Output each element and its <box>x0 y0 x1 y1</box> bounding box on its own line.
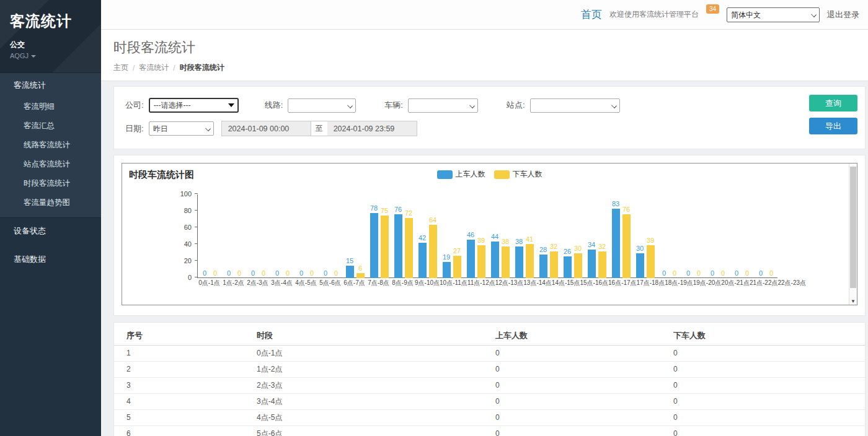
page-title: 时段客流统计 <box>113 38 856 57</box>
sidebar-item[interactable]: 基础数据 <box>0 246 101 272</box>
y-axis-tick-mark <box>195 193 198 194</box>
table-row[interactable]: 32点-3点00 <box>114 377 865 393</box>
bar[interactable] <box>526 244 534 278</box>
brand-org-code[interactable]: AQGJ <box>10 52 91 59</box>
scrollbar-thumb[interactable] <box>850 167 856 288</box>
bar[interactable] <box>467 240 475 278</box>
line-select[interactable] <box>288 98 356 113</box>
table-row[interactable]: 10点-1点00 <box>114 345 865 361</box>
bar[interactable] <box>381 216 389 278</box>
station-select[interactable] <box>530 98 620 113</box>
bar-value-label: 0 <box>673 269 676 277</box>
bar[interactable] <box>405 218 413 278</box>
breadcrumb-item[interactable]: 时段客流统计 <box>180 63 224 73</box>
company-select[interactable]: ---请选择--- <box>149 98 239 113</box>
bar-value-label: 6 <box>358 264 362 272</box>
chart-scrollbar[interactable]: ▼ <box>849 164 857 305</box>
sidebar-subitem[interactable]: 站点客流统计 <box>0 155 101 174</box>
notification-badge[interactable]: 34 <box>706 4 719 14</box>
table-row[interactable]: 54点-5点00 <box>114 409 865 425</box>
bar[interactable] <box>346 266 354 278</box>
x-axis-tick-label: 3点-4点 <box>270 278 294 287</box>
bar[interactable] <box>598 251 606 278</box>
export-button[interactable]: 导出 <box>809 118 857 134</box>
bar-group: 00 <box>222 194 246 278</box>
bar-value-label: 0 <box>769 269 773 277</box>
sidebar-subitem[interactable]: 客流明细 <box>0 97 101 116</box>
y-axis-tick-label: 20 <box>170 257 192 264</box>
scrollbar-down-arrow-icon[interactable]: ▼ <box>849 299 857 304</box>
legend-item[interactable]: 下车人数 <box>494 169 542 180</box>
bar-column: 76 <box>622 206 631 278</box>
brand-area: 客流统计 公交 AQGJ <box>0 0 101 72</box>
bar[interactable] <box>515 246 523 278</box>
x-axis-tick-label: 22点-23点 <box>777 278 806 287</box>
sidebar-subitem[interactable]: 线路客流统计 <box>0 136 101 155</box>
date-preset-wrap: 昨日 <box>149 121 214 136</box>
sidebar-subitem[interactable]: 客流量趋势图 <box>0 193 101 212</box>
bar[interactable] <box>429 225 437 278</box>
logout-link[interactable]: 退出登录 <box>827 9 859 20</box>
bar-column: 32 <box>598 243 606 278</box>
sidebar-subitem[interactable]: 客流汇总 <box>0 116 101 136</box>
legend-item[interactable]: 上车人数 <box>437 169 485 180</box>
table-row[interactable]: 21点-2点00 <box>114 361 865 377</box>
bar-value-label: 0 <box>251 269 255 277</box>
x-axis-tick-label: 12点-13点 <box>495 278 524 287</box>
bar[interactable] <box>477 245 485 278</box>
language-select[interactable]: 简体中文 <box>727 7 820 22</box>
x-axis-tick-label: 7点-8点 <box>366 278 391 287</box>
sidebar-subitem[interactable]: 时段客流统计 <box>0 174 101 193</box>
sidebar-item[interactable]: 设备状态 <box>0 218 101 244</box>
bar[interactable] <box>502 246 510 278</box>
bar[interactable] <box>588 250 596 278</box>
x-axis-tick-label: 16点-17点 <box>608 278 637 287</box>
date-to-input[interactable]: 2024-01-09 23:59 <box>327 121 417 136</box>
bar-group: 8376 <box>609 194 633 278</box>
bar-column: 39 <box>647 237 655 278</box>
bar-column: 72 <box>405 209 413 278</box>
query-button[interactable]: 查询 <box>809 95 857 111</box>
sidebar-item-passenger-stats[interactable]: 客流统计 <box>0 73 101 97</box>
bar-group: 2832 <box>536 194 560 278</box>
y-axis-tick-label: 40 <box>170 240 192 248</box>
bar-column: 75 <box>381 207 389 278</box>
bar[interactable] <box>564 256 572 278</box>
bar-value-label: 30 <box>574 245 582 252</box>
chart-container: 时段车流统计图 上车人数下车人数 00000000000015678757672… <box>122 163 857 305</box>
bar[interactable] <box>647 245 655 278</box>
bar[interactable] <box>491 242 499 278</box>
vehicle-select[interactable] <box>408 98 478 113</box>
bar[interactable] <box>394 214 402 278</box>
bar[interactable] <box>539 255 547 278</box>
x-axis-tick-label: 11点-12点 <box>467 278 495 287</box>
chart-title: 时段车流统计图 <box>129 169 194 181</box>
bar-column: 0 <box>757 269 765 278</box>
home-link[interactable]: 首页 <box>581 7 602 22</box>
table-cell: 0 <box>495 425 673 436</box>
x-axis-tick-label: 14点-15点 <box>552 278 580 287</box>
bar[interactable] <box>443 262 451 278</box>
y-axis-tick-label: 80 <box>170 207 192 214</box>
table-cell: 3点-4点 <box>257 393 495 409</box>
bar[interactable] <box>356 273 365 278</box>
bar-value-label: 0 <box>203 269 206 277</box>
bar[interactable] <box>370 213 378 278</box>
data-table: 序号时段上车人数下车人数 10点-1点0021点-2点0032点-3点0043点… <box>114 326 865 436</box>
bar[interactable] <box>622 214 631 278</box>
bar[interactable] <box>418 243 427 278</box>
breadcrumb-item[interactable]: 客流统计 <box>139 63 169 73</box>
date-from-input[interactable]: 2024-01-09 00:00 <box>221 121 311 136</box>
bar[interactable] <box>612 209 620 278</box>
bar[interactable] <box>550 251 558 278</box>
bar[interactable] <box>574 253 582 279</box>
date-preset-select[interactable]: 昨日 <box>149 121 214 136</box>
breadcrumb-item[interactable]: 主页 <box>113 63 128 73</box>
x-axis-tick-label: 8点-9点 <box>391 278 415 287</box>
chart-panel: 时段车流统计图 上车人数下车人数 00000000000015678757672… <box>113 155 866 316</box>
table-row[interactable]: 65点-6点00 <box>114 425 865 436</box>
table-row[interactable]: 43点-4点00 <box>114 393 865 409</box>
bar[interactable] <box>453 256 461 278</box>
content: 公司: ---请选择--- 线路: 车辆: 站点: <box>101 81 868 436</box>
bar[interactable] <box>636 253 644 279</box>
